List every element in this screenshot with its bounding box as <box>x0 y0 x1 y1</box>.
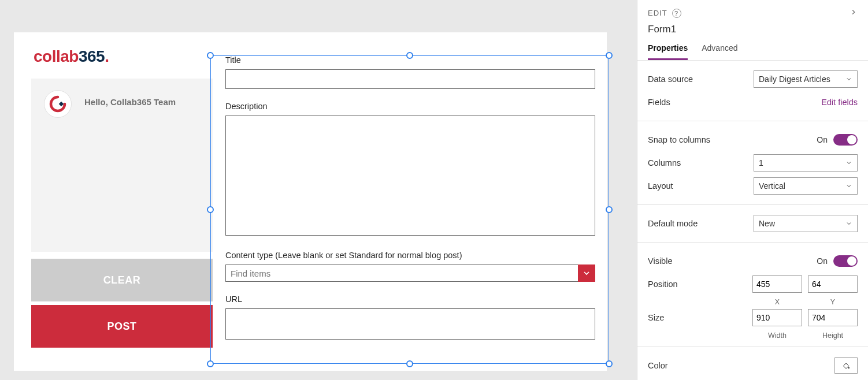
size-height-sublabel: Height <box>808 331 858 340</box>
title-label: Title <box>225 55 608 65</box>
brand-logo: collab365. <box>34 47 109 66</box>
resize-handle-w[interactable] <box>207 206 214 213</box>
size-height-input[interactable] <box>808 309 858 326</box>
chevron-down-icon <box>845 182 852 189</box>
svg-point-1 <box>848 367 850 369</box>
datasource-dropdown[interactable]: Daily Digest Articles <box>754 70 858 88</box>
tab-advanced[interactable]: Advanced <box>702 43 737 60</box>
columns-dropdown[interactable]: 1 <box>754 154 858 172</box>
contenttype-input[interactable] <box>225 264 595 282</box>
chevron-down-icon <box>845 159 852 166</box>
layout-dropdown[interactable]: Vertical <box>754 177 858 195</box>
post-button[interactable]: POST <box>31 305 213 348</box>
layout-label: Layout <box>648 181 673 191</box>
fields-label: Fields <box>648 98 670 107</box>
panel-tabs: Properties Advanced <box>637 43 868 61</box>
resize-handle-ne[interactable] <box>606 52 613 59</box>
description-label: Description <box>225 102 608 111</box>
form1[interactable]: Title Description Content type (Leave bl… <box>213 55 608 352</box>
help-icon[interactable]: ? <box>672 9 681 18</box>
design-canvas-wrap: collab365. Hello, Collab365 Team CLEAR P… <box>0 0 637 380</box>
edit-fields-link[interactable]: Edit fields <box>821 98 858 107</box>
position-x-sublabel: X <box>752 298 802 306</box>
clear-button[interactable]: CLEAR <box>31 259 213 301</box>
visible-label: Visible <box>648 256 672 266</box>
resize-handle-e[interactable] <box>606 206 613 213</box>
size-width-input[interactable] <box>752 309 802 326</box>
defaultmode-dropdown[interactable]: New <box>754 215 858 232</box>
datasource-label: Data source <box>648 74 693 84</box>
description-input[interactable] <box>225 116 595 236</box>
brand-logo-part1: collab <box>34 47 79 65</box>
layout-value: Vertical <box>759 181 785 191</box>
defaultmode-value: New <box>759 219 775 228</box>
resize-handle-n[interactable] <box>406 52 413 59</box>
post-button-label: POST <box>107 321 136 333</box>
size-width-sublabel: Width <box>752 331 802 340</box>
position-y-sublabel: Y <box>808 298 858 306</box>
app-canvas: collab365. Hello, Collab365 Team CLEAR P… <box>14 32 607 371</box>
url-input[interactable] <box>225 308 595 340</box>
snap-label: Snap to columns <box>648 135 710 144</box>
snap-state: On <box>817 135 828 144</box>
resize-handle-nw[interactable] <box>207 52 214 59</box>
columns-label: Columns <box>648 158 681 167</box>
snap-toggle[interactable] <box>833 134 858 146</box>
contenttype-dropdown-button[interactable] <box>578 264 595 282</box>
position-x-input[interactable] <box>752 275 802 293</box>
color-label: Color <box>648 361 668 370</box>
resize-handle-s[interactable] <box>406 360 413 367</box>
title-input[interactable] <box>225 69 595 89</box>
resize-handle-sw[interactable] <box>207 360 214 367</box>
properties-panel: EDIT ? Form1 Properties Advanced Data so… <box>637 0 868 380</box>
tab-properties[interactable]: Properties <box>648 43 688 60</box>
paint-bucket-icon <box>841 361 851 370</box>
color-picker-button[interactable] <box>834 357 858 374</box>
position-y-input[interactable] <box>808 275 858 293</box>
brand-logo-dot: . <box>105 47 109 65</box>
avatar-logo-icon <box>49 95 66 113</box>
visible-state: On <box>817 256 828 266</box>
selected-object-name: Form1 <box>648 24 858 35</box>
brand-logo-part2: 365 <box>79 47 105 65</box>
defaultmode-label: Default mode <box>648 219 698 228</box>
contenttype-label: Content type (Leave blank or set Standar… <box>225 251 608 260</box>
columns-value: 1 <box>759 158 763 167</box>
clear-button-label: CLEAR <box>103 274 141 286</box>
avatar <box>44 90 72 118</box>
greeting-text: Hello, Collab365 Team <box>84 97 176 107</box>
visible-toggle[interactable] <box>833 255 858 267</box>
resize-handle-se[interactable] <box>606 360 613 367</box>
position-label: Position <box>648 280 678 289</box>
size-label: Size <box>648 313 664 322</box>
chevron-right-icon <box>850 8 858 16</box>
datasource-value: Daily Digest Articles <box>759 74 830 84</box>
panel-collapse-button[interactable] <box>850 8 858 18</box>
panel-mode-label: EDIT <box>648 9 667 17</box>
contenttype-combobox[interactable] <box>225 264 595 282</box>
greeting-card: Hello, Collab365 Team <box>31 79 213 252</box>
chevron-down-icon <box>582 269 591 278</box>
chevron-down-icon <box>845 220 852 227</box>
svg-rect-0 <box>59 102 64 106</box>
chevron-down-icon <box>845 76 852 83</box>
url-label: URL <box>225 295 608 304</box>
